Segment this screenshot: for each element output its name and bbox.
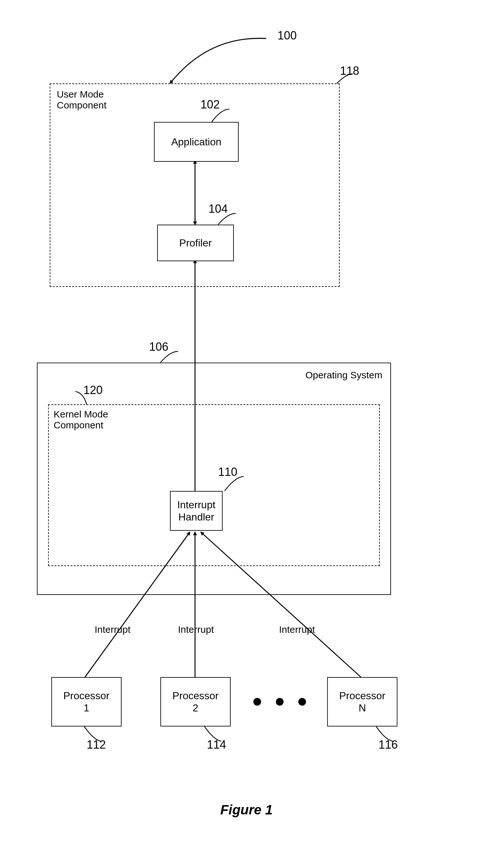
application-box: Application (154, 122, 239, 162)
application-text: Application (171, 136, 222, 148)
kernel-mode-label: Kernel Mode Component (53, 409, 108, 431)
ref-label-100: 100 (277, 29, 297, 42)
ref-label-118: 118 (340, 64, 359, 78)
interrupt-label-1: Interrupt (94, 624, 131, 635)
ref-label-112: 112 (87, 738, 106, 751)
interrupt-label-2: Interrupt (178, 624, 214, 635)
processor-2-box: Processor 2 (160, 677, 231, 726)
ref-label-106: 106 (149, 340, 168, 354)
ellipsis-dot (298, 698, 306, 706)
ref-label-116: 116 (379, 738, 398, 751)
processor-1-text: Processor 1 (63, 690, 109, 714)
figure-caption: Figure 1 (0, 802, 493, 818)
figure-canvas: 100 User Mode Component 118 Application … (0, 0, 493, 868)
interrupt-handler-text: Interrupt Handler (177, 499, 215, 523)
user-mode-label: User Mode Component (57, 89, 107, 111)
ref-label-102: 102 (200, 98, 220, 111)
operating-system-label: Operating System (305, 370, 382, 381)
profiler-box: Profiler (157, 225, 234, 261)
ref-label-120: 120 (83, 383, 103, 397)
ref-label-110: 110 (218, 465, 237, 479)
processor-2-text: Processor 2 (172, 690, 218, 714)
interrupt-handler-box: Interrupt Handler (170, 491, 222, 531)
processor-n-box: Processor N (327, 677, 398, 726)
profiler-text: Profiler (179, 237, 212, 249)
kernel-mode-box: Kernel Mode Component (48, 404, 380, 566)
processor-1-box: Processor 1 (51, 677, 122, 726)
ellipsis-dot (276, 698, 283, 706)
processor-n-text: Processor N (339, 690, 385, 714)
ellipsis-dot (253, 698, 261, 706)
ref-label-104: 104 (209, 202, 228, 216)
interrupt-label-3: Interrupt (279, 624, 315, 635)
ref-label-114: 114 (207, 738, 226, 751)
